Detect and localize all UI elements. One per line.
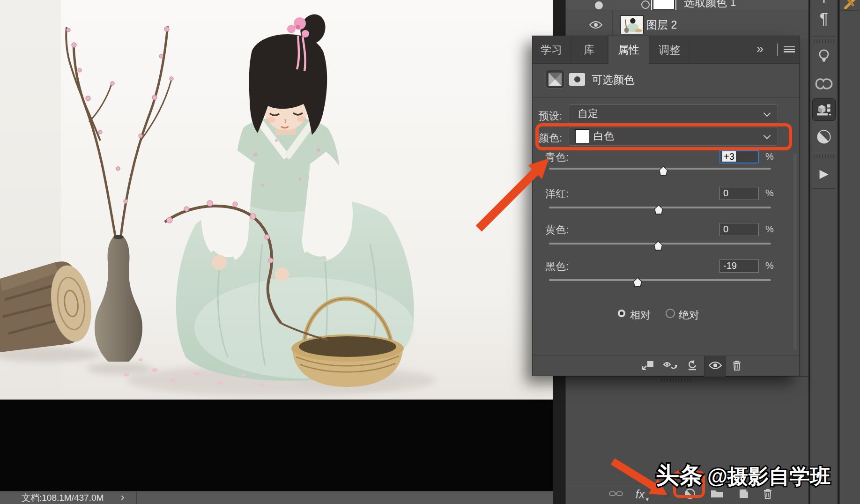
layer-style-fx-icon[interactable]: fx▼ (636, 488, 650, 502)
header-divider (533, 97, 799, 98)
visibility-eye-icon[interactable] (589, 21, 602, 31)
yellow-unit: % (765, 224, 774, 235)
actions-play-icon[interactable]: ▶ (819, 167, 828, 180)
partial-icon (823, 0, 825, 3)
yellow-slider-thumb[interactable] (653, 241, 663, 251)
panel-resize-handle[interactable] (566, 376, 808, 383)
panel-title: 可选颜色 (592, 73, 635, 87)
magenta-slider-thumb[interactable] (653, 205, 664, 215)
relative-radio[interactable] (617, 309, 626, 318)
docked-icon-strip: ¶ ▶ (810, 0, 838, 504)
cyan-slider-thumb[interactable] (658, 166, 668, 176)
strip-divider (841, 10, 859, 11)
absolute-radio[interactable] (666, 309, 675, 318)
paragraph-panel-icon[interactable]: ¶ (820, 9, 828, 28)
status-divider (136, 492, 137, 504)
link-layers-icon[interactable] (609, 490, 623, 499)
properties-panel: 学习 库 属性 调整 » 可选颜色 预设: 自定 颜色: 白色 青色: +3 (532, 36, 800, 376)
preset-dropdown[interactable]: 自定 (569, 104, 778, 123)
relative-label[interactable]: 相对 (630, 308, 651, 322)
panel-menu-icon[interactable] (784, 46, 795, 54)
black-unit: % (765, 260, 774, 271)
yellow-slider-label: 黄色: (545, 223, 569, 237)
magenta-unit: % (765, 188, 774, 199)
canvas-photo[interactable] (0, 0, 553, 400)
layer-mask-thumbnail[interactable] (653, 0, 675, 9)
preset-value: 自定 (578, 105, 598, 123)
delete-adjustment-icon[interactable] (732, 360, 741, 373)
eye-icon (709, 361, 722, 371)
layer-thumbnail[interactable] (620, 15, 644, 34)
selective-color-icon (546, 70, 564, 89)
far-right-panel-edge (839, 0, 860, 504)
collapse-panel-icon[interactable]: » (756, 42, 764, 56)
chevron-down-icon (764, 110, 771, 117)
visibility-toggle-button[interactable] (704, 356, 726, 377)
reset-icon[interactable] (687, 360, 698, 372)
document-size-label: 文档:108.1M/437.0M (22, 491, 104, 504)
tab-learn[interactable]: 学习 (533, 36, 571, 64)
partial-tool-icon (844, 0, 858, 9)
creative-cloud-icon[interactable] (815, 78, 833, 92)
panel-scrollbar[interactable] (793, 153, 797, 350)
layer-name[interactable]: 选取颜色 1 (684, 0, 736, 10)
photoshop-window: 文档:108.1M/437.0M › 选取颜色 1 图层 2 (0, 0, 860, 504)
document-status-bar: 文档:108.1M/437.0M › (0, 491, 553, 504)
layer-name[interactable]: 图层 2 (646, 11, 677, 39)
tab-adjustments[interactable]: 调整 (649, 36, 690, 64)
cyan-unit: % (765, 151, 774, 162)
adjustment-thumbnail-icon[interactable] (641, 0, 650, 9)
black-value-input[interactable]: -19 (719, 259, 759, 273)
strip-divider (812, 188, 836, 189)
cyan-slider-label: 青色: (545, 150, 569, 164)
clip-to-layer-icon[interactable] (641, 361, 654, 372)
highlight-annotation-color-row (535, 123, 792, 150)
lightbulb-learn-icon[interactable] (818, 49, 830, 67)
document-area: 文档:108.1M/437.0M › (0, 0, 553, 504)
watermark-brand: 头条 (656, 460, 703, 491)
magenta-slider-label: 洋红: (545, 187, 569, 201)
visibility-eye-icon[interactable] (595, 1, 603, 9)
panel-tab-bar: 学习 库 属性 调整 » (533, 36, 799, 64)
canvas-background (0, 400, 553, 491)
absolute-label[interactable]: 绝对 (679, 308, 699, 322)
tab-properties[interactable]: 属性 (608, 36, 649, 64)
mask-thumbnail-icon (569, 73, 585, 86)
layer-row-2[interactable]: 图层 2 (566, 11, 808, 39)
cyan-value-input[interactable]: +3 (719, 150, 759, 163)
strip-grip[interactable] (814, 155, 834, 158)
strip-divider (812, 36, 836, 37)
properties-footer (533, 356, 799, 377)
strip-divider (812, 151, 836, 151)
layer-row-selective-color[interactable]: 选取颜色 1 (566, 0, 808, 10)
view-previous-state-icon[interactable] (663, 361, 678, 372)
watermark: 头条 @摄影自学班 (656, 460, 830, 491)
strip-grip[interactable] (814, 39, 834, 43)
black-slider-label: 黑色: (545, 259, 569, 274)
status-chevron-icon[interactable]: › (121, 491, 124, 504)
tab-divider (777, 44, 778, 56)
column-divider (612, 11, 613, 39)
black-slider-thumb[interactable] (632, 277, 643, 287)
properties-panel-icon[interactable] (812, 98, 836, 121)
adjustments-panel-icon[interactable] (816, 129, 831, 146)
watermark-handle: @摄影自学班 (707, 463, 830, 490)
tab-libraries[interactable]: 库 (571, 36, 608, 64)
preset-label: 预设: (539, 109, 562, 123)
magenta-value-input[interactable]: 0 (719, 187, 759, 200)
yellow-value-input[interactable]: 0 (719, 223, 759, 236)
